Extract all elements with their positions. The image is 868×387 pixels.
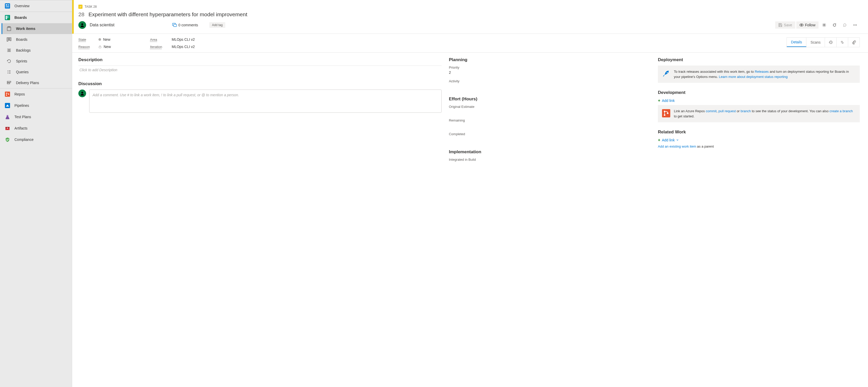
svg-point-27 [6, 93, 7, 94]
gear-icon [822, 23, 826, 27]
priority-field[interactable]: 2 [449, 70, 651, 76]
save-label: Save [784, 23, 792, 27]
tab-details[interactable]: Details [787, 38, 806, 47]
sidebar-item-pipelines[interactable]: Pipelines [0, 100, 72, 111]
svg-rect-25 [7, 83, 10, 84]
svg-rect-24 [7, 81, 11, 82]
svg-point-40 [824, 25, 825, 26]
sidebar-item-test-plans[interactable]: Test Plans [0, 111, 72, 123]
releases-link[interactable]: Releases [755, 70, 769, 73]
description-input[interactable]: Click to add Description [79, 65, 442, 74]
area-field[interactable]: MLOps CLI v2 [172, 37, 208, 41]
add-tag-button[interactable]: Add tag [209, 22, 225, 28]
workitems-icon [6, 26, 12, 31]
state-field[interactable]: New [98, 37, 134, 41]
assignee-name[interactable]: Data scientist [90, 23, 115, 27]
sidebar-label: Boards [14, 16, 27, 20]
tab-attachments[interactable] [848, 38, 860, 47]
deployment-title: Deployment [658, 57, 860, 62]
history-icon [829, 40, 833, 44]
svg-rect-48 [662, 109, 670, 117]
description-title: Description [79, 57, 442, 62]
main-content: TASK 28 28 Experiment with different hyp… [72, 0, 868, 387]
compliance-icon [5, 137, 10, 142]
iteration-field[interactable]: MLOps CLI v2 [172, 44, 208, 49]
svg-rect-12 [10, 38, 11, 41]
svg-point-50 [664, 114, 665, 116]
sidebar-item-backlogs[interactable]: Backlogs [2, 45, 72, 56]
remaining-label: Remaining [449, 118, 651, 122]
assignee-avatar[interactable] [79, 21, 86, 29]
discussion-section: Discussion Add a comment. Use # to link … [79, 81, 442, 113]
svg-rect-11 [8, 38, 9, 40]
sidebar-item-artifacts[interactable]: Artifacts [0, 123, 72, 134]
remaining-field[interactable] [449, 123, 651, 128]
implementation-title: Implementation [449, 149, 651, 154]
follow-button[interactable]: Follow [796, 22, 818, 29]
sidebar-item-overview[interactable]: Overview [0, 0, 72, 11]
sidebar-item-boards-sub[interactable]: Boards [2, 34, 72, 45]
dev-add-link-button[interactable]: + Add link [658, 98, 860, 103]
tab-history[interactable] [825, 38, 837, 47]
sidebar-label: Artifacts [14, 126, 28, 130]
pr-link[interactable]: pull request [718, 109, 736, 113]
tab-links[interactable] [837, 38, 848, 47]
priority-label: Priority [449, 65, 651, 69]
svg-rect-1 [6, 4, 7, 5]
integrated-build-field[interactable] [449, 162, 651, 168]
reason-field[interactable]: New [98, 44, 134, 49]
sidebar-label: Overview [14, 4, 29, 8]
svg-rect-9 [7, 27, 11, 31]
tab-scans[interactable]: Scans [806, 38, 825, 47]
branch-link[interactable]: branch [741, 109, 751, 113]
sidebar-item-boards[interactable]: Boards [0, 12, 72, 23]
sidebar-label: Pipelines [14, 103, 29, 108]
follow-icon [799, 23, 804, 27]
sidebar-item-repos[interactable]: Repos [0, 89, 72, 100]
comments-link[interactable]: 0 comments [172, 23, 198, 27]
svg-rect-44 [99, 47, 101, 48]
implementation-section: Implementation Integrated in Build [449, 149, 651, 168]
deployment-text: To track releases associated with this w… [674, 69, 856, 79]
sidebar-item-sprints[interactable]: Sprints [2, 56, 72, 66]
refresh-button[interactable] [830, 22, 839, 29]
svg-point-49 [664, 111, 665, 112]
svg-rect-31 [7, 115, 8, 116]
completed-label: Completed [449, 132, 651, 136]
activity-field[interactable] [449, 84, 651, 89]
svg-point-46 [82, 92, 83, 94]
completed-field[interactable] [449, 137, 651, 142]
delivery-plans-icon [6, 80, 12, 86]
sprints-icon [6, 58, 12, 64]
undo-button[interactable] [840, 22, 849, 29]
svg-rect-3 [6, 6, 9, 7]
related-add-link-button[interactable]: + Add link [658, 138, 860, 142]
settings-button[interactable] [819, 22, 829, 29]
more-actions-button[interactable] [850, 22, 860, 29]
original-estimate-field[interactable] [449, 110, 651, 115]
sidebar-item-workitems[interactable]: Work items [2, 23, 72, 34]
description-section: Description Click to add Description [79, 57, 442, 74]
create-branch-link[interactable]: create a branch [830, 109, 853, 113]
deployment-learn-link[interactable]: Learn more about deployment status repor… [719, 75, 788, 79]
refresh-icon [832, 23, 837, 27]
related-title: Related Work [658, 129, 860, 135]
current-user-avatar [79, 90, 86, 97]
planning-title: Planning [449, 57, 651, 62]
comment-input[interactable]: Add a comment. Use # to link a work item… [89, 90, 442, 113]
commit-link[interactable]: commit [706, 109, 717, 113]
integrated-build-label: Integrated in Build [449, 158, 651, 161]
workitem-title[interactable]: Experiment with different hyperparameter… [88, 11, 247, 18]
sidebar-item-queries[interactable]: Queries [2, 66, 72, 78]
undo-icon [843, 23, 847, 27]
svg-point-28 [6, 95, 7, 96]
comments-count: 0 comments [178, 23, 198, 27]
sidebar-item-delivery-plans[interactable]: Delivery Plans [2, 78, 72, 88]
add-existing-link[interactable]: Add an existing work item [658, 145, 696, 148]
sidebar-item-compliance[interactable]: Compliance [0, 134, 72, 145]
svg-rect-34 [7, 128, 8, 128]
svg-rect-6 [7, 16, 8, 18]
deployment-section: Deployment To track releases associated … [658, 57, 860, 83]
test-plans-icon [5, 114, 10, 120]
svg-point-42 [855, 25, 856, 26]
